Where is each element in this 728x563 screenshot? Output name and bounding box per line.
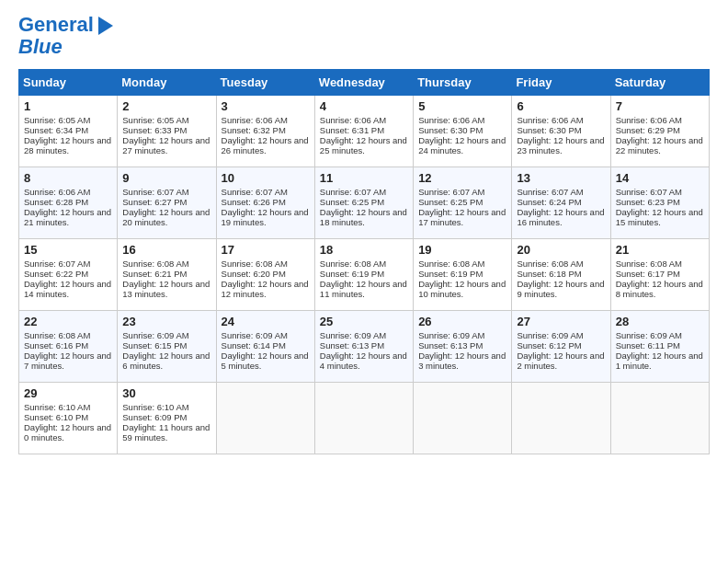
calendar-cell: 2Sunrise: 6:05 AMSunset: 6:33 PMDaylight… (118, 96, 216, 167)
sunset-text: Sunset: 6:23 PM (616, 197, 680, 207)
sunrise-text: Sunrise: 6:06 AM (418, 115, 484, 125)
sunset-text: Sunset: 6:17 PM (616, 269, 680, 279)
sunset-text: Sunset: 6:30 PM (418, 125, 483, 135)
daylight-text: Daylight: 12 hours and 6 minutes. (122, 350, 210, 371)
sunrise-text: Sunrise: 6:10 AM (24, 402, 90, 412)
sunset-text: Sunset: 6:24 PM (517, 197, 581, 207)
daylight-text: Daylight: 12 hours and 12 minutes. (222, 279, 309, 299)
calendar-cell: 3Sunrise: 6:06 AMSunset: 6:32 PMDaylight… (216, 96, 314, 167)
calendar-cell: 8Sunrise: 6:06 AMSunset: 6:28 PMDaylight… (19, 167, 118, 239)
daylight-text: Daylight: 12 hours and 23 minutes. (517, 135, 604, 155)
calendar-cell: 7Sunrise: 6:06 AMSunset: 6:29 PMDaylight… (610, 96, 709, 167)
sunset-text: Sunset: 6:22 PM (24, 269, 88, 279)
daylight-text: Daylight: 12 hours and 8 minutes. (616, 279, 703, 299)
sunset-text: Sunset: 6:19 PM (320, 269, 384, 279)
calendar-cell: 29Sunrise: 6:10 AMSunset: 6:10 PMDayligh… (19, 383, 118, 454)
sunrise-text: Sunrise: 6:06 AM (616, 115, 682, 125)
daylight-text: Daylight: 12 hours and 2 minutes. (517, 350, 604, 371)
logo-arrow-icon (98, 17, 113, 35)
daylight-text: Daylight: 11 hours and 59 minutes. (122, 422, 210, 442)
calendar-header-row: SundayMondayTuesdayWednesdayThursdayFrid… (19, 70, 710, 96)
calendar-cell: 27Sunrise: 6:09 AMSunset: 6:12 PMDayligh… (512, 311, 610, 383)
sunset-text: Sunset: 6:25 PM (320, 197, 384, 207)
day-number: 17 (222, 243, 310, 257)
sunset-text: Sunset: 6:16 PM (24, 340, 88, 350)
daylight-text: Daylight: 12 hours and 13 minutes. (122, 279, 210, 299)
calendar-cell (610, 383, 709, 454)
daylight-text: Daylight: 12 hours and 5 minutes. (222, 350, 309, 371)
daylight-text: Daylight: 12 hours and 26 minutes. (222, 135, 309, 155)
day-number: 29 (24, 386, 112, 400)
calendar-cell: 17Sunrise: 6:08 AMSunset: 6:20 PMDayligh… (216, 239, 314, 311)
calendar-cell (314, 383, 413, 454)
sunrise-text: Sunrise: 6:06 AM (222, 115, 288, 125)
day-number: 20 (517, 243, 605, 257)
sunset-text: Sunset: 6:26 PM (222, 197, 286, 207)
calendar-body: 1Sunrise: 6:05 AMSunset: 6:34 PMDaylight… (19, 96, 710, 454)
sunset-text: Sunset: 6:13 PM (418, 340, 483, 350)
day-header-sunday: Sunday (19, 70, 118, 96)
calendar-cell: 6Sunrise: 6:06 AMSunset: 6:30 PMDaylight… (512, 96, 610, 167)
sunrise-text: Sunrise: 6:07 AM (122, 187, 188, 197)
sunset-text: Sunset: 6:19 PM (418, 269, 483, 279)
calendar-cell (512, 383, 610, 454)
sunrise-text: Sunrise: 6:09 AM (517, 330, 583, 340)
calendar-cell: 16Sunrise: 6:08 AMSunset: 6:21 PMDayligh… (118, 239, 216, 311)
sunrise-text: Sunrise: 6:07 AM (418, 187, 484, 197)
daylight-text: Daylight: 12 hours and 9 minutes. (517, 279, 604, 299)
sunrise-text: Sunrise: 6:08 AM (616, 259, 682, 269)
daylight-text: Daylight: 12 hours and 25 minutes. (320, 135, 407, 155)
day-number: 21 (616, 243, 704, 257)
sunrise-text: Sunrise: 6:08 AM (320, 259, 386, 269)
daylight-text: Daylight: 12 hours and 14 minutes. (24, 279, 111, 299)
day-number: 1 (24, 99, 112, 113)
sunrise-text: Sunrise: 6:07 AM (517, 187, 583, 197)
logo: General Blue (18, 14, 113, 58)
sunrise-text: Sunrise: 6:06 AM (320, 115, 386, 125)
day-number: 27 (517, 315, 605, 328)
sunrise-text: Sunrise: 6:09 AM (222, 330, 288, 340)
logo-text: General (18, 14, 94, 36)
calendar-cell: 9Sunrise: 6:07 AMSunset: 6:27 PMDaylight… (118, 167, 216, 239)
daylight-text: Daylight: 12 hours and 7 minutes. (24, 350, 111, 371)
day-number: 23 (122, 315, 210, 328)
calendar-table: SundayMondayTuesdayWednesdayThursdayFrid… (18, 69, 710, 454)
daylight-text: Daylight: 12 hours and 16 minutes. (517, 207, 604, 227)
day-number: 6 (517, 99, 605, 113)
sunset-text: Sunset: 6:28 PM (24, 197, 88, 207)
calendar-cell: 15Sunrise: 6:07 AMSunset: 6:22 PMDayligh… (19, 239, 118, 311)
calendar-cell: 12Sunrise: 6:07 AMSunset: 6:25 PMDayligh… (414, 167, 512, 239)
day-header-tuesday: Tuesday (216, 70, 314, 96)
calendar-cell: 14Sunrise: 6:07 AMSunset: 6:23 PMDayligh… (610, 167, 709, 239)
calendar-week-row: 15Sunrise: 6:07 AMSunset: 6:22 PMDayligh… (19, 239, 710, 311)
day-number: 8 (24, 171, 112, 185)
sunrise-text: Sunrise: 6:07 AM (616, 187, 682, 197)
day-number: 11 (320, 171, 408, 185)
day-number: 26 (418, 315, 506, 328)
day-number: 25 (320, 315, 408, 328)
calendar-cell: 25Sunrise: 6:09 AMSunset: 6:13 PMDayligh… (314, 311, 413, 383)
daylight-text: Daylight: 12 hours and 22 minutes. (616, 135, 703, 155)
daylight-text: Daylight: 12 hours and 1 minute. (616, 350, 703, 371)
day-header-saturday: Saturday (610, 70, 709, 96)
sunset-text: Sunset: 6:33 PM (122, 125, 187, 135)
day-number: 5 (418, 99, 506, 113)
calendar-cell: 10Sunrise: 6:07 AMSunset: 6:26 PMDayligh… (216, 167, 314, 239)
day-header-friday: Friday (512, 70, 610, 96)
day-number: 2 (122, 99, 210, 113)
day-number: 28 (616, 315, 704, 328)
sunrise-text: Sunrise: 6:08 AM (222, 259, 288, 269)
day-number: 30 (122, 386, 210, 400)
sunrise-text: Sunrise: 6:09 AM (122, 330, 188, 340)
day-number: 10 (222, 171, 310, 185)
page-container: General Blue SundayMondayTuesdayWednesda… (0, 0, 728, 464)
sunset-text: Sunset: 6:32 PM (222, 125, 286, 135)
daylight-text: Daylight: 12 hours and 18 minutes. (320, 207, 407, 227)
calendar-cell (216, 383, 314, 454)
calendar-cell: 28Sunrise: 6:09 AMSunset: 6:11 PMDayligh… (610, 311, 709, 383)
day-number: 9 (122, 171, 210, 185)
day-number: 15 (24, 243, 112, 257)
day-number: 22 (24, 315, 112, 328)
day-number: 4 (320, 99, 408, 113)
sunset-text: Sunset: 6:12 PM (517, 340, 581, 350)
